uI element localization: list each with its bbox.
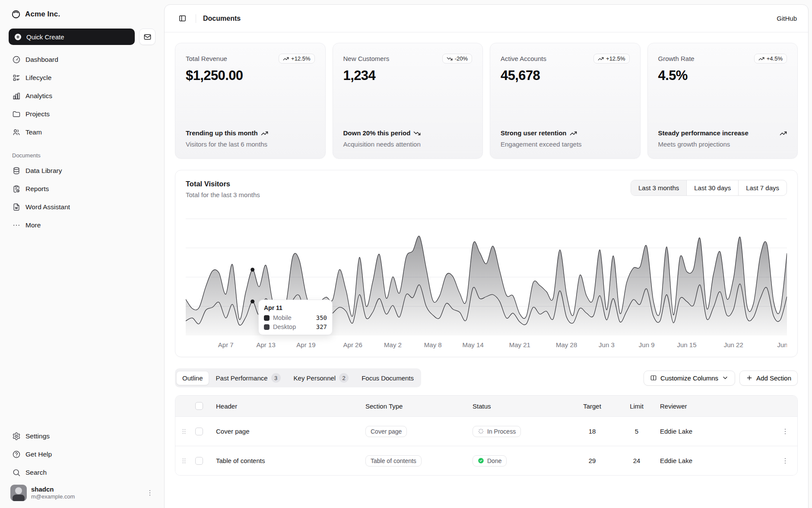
table-row: Table of contents Table of contents Done… [175, 446, 797, 475]
desktop-swatch [264, 324, 270, 330]
tab-focus-documents[interactable]: Focus Documents [355, 371, 420, 385]
range-last-3-months[interactable]: Last 3 months [631, 180, 686, 195]
row-reviewer[interactable]: Eddie Lake [657, 428, 773, 435]
sidebar-item-more[interactable]: More [8, 217, 156, 234]
quick-create-button[interactable]: Quick Create [9, 29, 135, 45]
stat-value: 45,678 [501, 68, 630, 83]
loader-icon [478, 428, 484, 435]
table-row: Cover page Cover page In Process 18 5 Ed… [175, 416, 797, 446]
page-content: Total Revenue +12.5% $1,250.00 Trending … [165, 32, 808, 486]
app-root: Acme Inc. Quick Create Dashboard Lifecyc… [0, 0, 812, 508]
dashboard-gauge-icon [12, 55, 21, 64]
tooltip-desktop-value: 327 [316, 323, 327, 330]
trending-up-icon [598, 56, 604, 62]
stat-footnote: Down 20% this period [343, 128, 473, 138]
sidebar-item-reports[interactable]: Reports [8, 180, 156, 198]
select-all-cell [193, 402, 213, 410]
trending-up-icon [570, 130, 577, 137]
tab-key-personnel[interactable]: Key Personnel 2 [288, 370, 355, 386]
range-last-30-days[interactable]: Last 30 days [686, 180, 738, 195]
chart-subtitle: Total for the last 3 months [186, 191, 260, 198]
sidebar-toggle-button[interactable] [176, 12, 189, 25]
mail-icon [143, 33, 152, 41]
tab-count-badge: 2 [339, 373, 349, 383]
dots-vertical-icon [781, 457, 789, 465]
range-last-7-days[interactable]: Last 7 days [738, 180, 787, 195]
sidebar-item-label: Get Help [25, 450, 52, 458]
sidebar-item-projects[interactable]: Projects [8, 105, 156, 123]
svg-text:May 14: May 14 [462, 341, 483, 348]
trend-badge-value: -20% [455, 55, 468, 62]
row-checkbox[interactable] [195, 428, 203, 435]
trending-up-icon [780, 130, 787, 137]
tooltip-row-desktop: Desktop 327 [264, 323, 327, 330]
row-target[interactable]: 18 [568, 428, 616, 435]
brand[interactable]: Acme Inc. [8, 6, 156, 22]
sidebar-item-label: Projects [25, 110, 50, 118]
sidebar-item-label: Settings [25, 432, 50, 440]
page-title: Documents [203, 15, 241, 22]
col-status: Status [470, 403, 568, 410]
github-link[interactable]: GitHub [777, 15, 797, 22]
stat-footnote: Steady performance increase [658, 128, 787, 138]
row-menu-button[interactable] [776, 428, 795, 435]
sidebar-item-search[interactable]: Search [8, 464, 156, 481]
col-section-type: Section Type [363, 403, 470, 410]
chart-tooltip: Apr 11 Mobile 350 Desktop 327 [258, 300, 333, 335]
stat-label: New Customers [343, 54, 390, 62]
mobile-swatch [264, 315, 270, 321]
table-toolbar: Outline Past Performance 3 Key Personnel… [175, 368, 798, 387]
select-all-checkbox[interactable] [195, 402, 203, 410]
plus-icon [746, 374, 753, 381]
section-tabs: Outline Past Performance 3 Key Personnel… [175, 368, 421, 387]
svg-text:Jun 9: Jun 9 [639, 341, 655, 348]
sidebar-item-lifecycle[interactable]: Lifecycle [8, 69, 156, 86]
stat-footnote: Trending up this month [186, 128, 315, 138]
stat-label: Growth Rate [658, 54, 695, 62]
dots-vertical-icon[interactable] [146, 489, 154, 497]
svg-text:Apr 19: Apr 19 [296, 341, 315, 348]
section-type-badge: Table of contents [365, 455, 422, 466]
sidebar-item-dashboard[interactable]: Dashboard [8, 51, 156, 68]
sidebar-item-data-library[interactable]: Data Library [8, 162, 156, 179]
sidebar-item-settings[interactable]: Settings [8, 428, 156, 445]
table-header-row: Header Section Type Status Target Limit … [175, 396, 797, 416]
row-limit[interactable]: 5 [616, 428, 657, 435]
circle-check-icon [478, 457, 484, 464]
add-section-button[interactable]: Add Section [739, 371, 798, 386]
stat-card-growth-rate: Growth Rate +4.5% 4.5% Steady performanc… [647, 43, 798, 159]
folder-icon [12, 110, 21, 118]
row-menu-button[interactable] [776, 457, 795, 465]
row-header[interactable]: Table of contents [213, 457, 363, 464]
svg-text:Apr 26: Apr 26 [343, 341, 362, 348]
customize-columns-button[interactable]: Customize Columns [644, 371, 735, 386]
documents-group-label: Documents [8, 152, 156, 159]
svg-text:May 2: May 2 [384, 341, 402, 348]
row-reviewer[interactable]: Eddie Lake [657, 457, 773, 464]
trending-up-icon [758, 56, 764, 62]
drag-handle[interactable] [175, 457, 193, 465]
tab-outline[interactable]: Outline [176, 371, 209, 385]
tab-past-performance[interactable]: Past Performance 3 [210, 370, 287, 386]
trending-up-icon [261, 130, 268, 137]
sidebar-item-word-assistant[interactable]: Word Assistant [8, 198, 156, 216]
area-chart[interactable]: Apr 11 Mobile 350 Desktop 327 Apr 7Apr 1… [186, 208, 787, 351]
trend-badge-value: +12.5% [291, 55, 310, 62]
sidebar-item-analytics[interactable]: Analytics [8, 87, 156, 105]
row-checkbox[interactable] [195, 457, 203, 465]
user-meta: shadcn m@example.com [31, 486, 142, 501]
row-target[interactable]: 29 [568, 457, 616, 464]
sidebar-item-label: Reports [25, 185, 49, 193]
inbox-button[interactable] [139, 29, 155, 45]
panel-left-icon [178, 14, 187, 22]
sidebar-item-get-help[interactable]: Get Help [8, 446, 156, 463]
drag-handle[interactable] [175, 428, 193, 435]
sidebar-item-team[interactable]: Team [8, 124, 156, 141]
tooltip-row-mobile: Mobile 350 [264, 314, 327, 321]
row-header[interactable]: Cover page [213, 428, 363, 435]
visitors-chart-card: Total Visitors Total for the last 3 mont… [175, 170, 798, 357]
user-menu[interactable]: shadcn m@example.com [8, 481, 156, 501]
main-nav: Dashboard Lifecycle Analytics Projects T… [8, 51, 156, 141]
tooltip-mobile-value: 350 [316, 314, 327, 321]
row-limit[interactable]: 24 [616, 457, 657, 464]
